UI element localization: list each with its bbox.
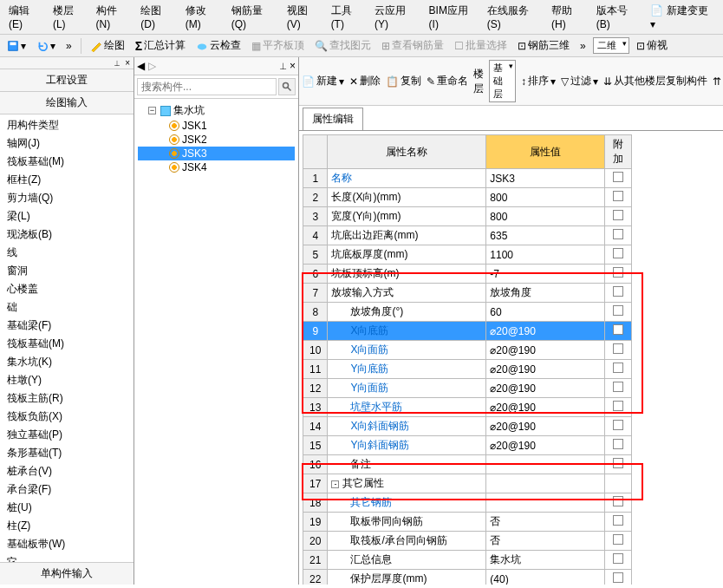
close-icon[interactable]: × (125, 58, 130, 68)
property-row[interactable]: 3宽度(Y向)(mm)800 (303, 207, 632, 226)
property-row[interactable]: 9X向底筋⌀20@190 (303, 322, 632, 341)
tree-item[interactable]: JSK4 (138, 160, 295, 174)
copy-to-floor-button[interactable]: ⇈ 复制构件到 (713, 74, 723, 88)
property-row[interactable]: 6坑板顶标高(m)-7 (303, 265, 632, 284)
property-value[interactable]: (40) (486, 570, 605, 585)
checkbox[interactable] (613, 572, 623, 583)
property-value[interactable]: 635 (486, 226, 605, 245)
component-type-item[interactable]: 筏板基础(M) (0, 335, 134, 353)
property-row[interactable]: 15Y向斜面钢筋⌀20@190 (303, 436, 632, 455)
property-row[interactable]: 20取筏板/承台同向钢筋否 (303, 532, 632, 551)
property-row[interactable]: 5坑底板厚度(mm)1100 (303, 245, 632, 265)
component-type-item[interactable]: 础 (0, 298, 134, 317)
menu-item[interactable]: 工具(T) (326, 2, 369, 32)
component-type-item[interactable]: 筏板基础(M) (0, 153, 134, 171)
property-row[interactable]: 8放坡角度(°)60 (303, 303, 632, 322)
view-rebar-button[interactable]: ⊞ 查看钢筋量 (378, 36, 447, 55)
property-row[interactable]: 7放坡输入方式放坡角度 (303, 284, 632, 303)
property-row[interactable]: 2长度(X向)(mm)800 (303, 188, 632, 207)
search-button[interactable] (278, 78, 296, 95)
property-name[interactable]: 坑底板厚度(mm) (328, 245, 486, 265)
property-row[interactable]: 17-其它属性 (303, 474, 632, 493)
view-ortho-button[interactable]: ⊡ 俯视 (633, 36, 671, 55)
property-name[interactable]: 坑底出边距离(mm) (328, 226, 486, 245)
component-type-item[interactable]: 独立基础(P) (0, 426, 134, 444)
search-input[interactable] (137, 78, 277, 95)
property-extra[interactable] (605, 207, 632, 226)
property-value[interactable]: 1100 (486, 245, 605, 265)
property-name[interactable]: X向底筋 (328, 322, 486, 341)
component-type-item[interactable]: 线 (0, 244, 134, 262)
mid-pin-icon[interactable]: ⟂ (280, 60, 286, 72)
property-extra[interactable] (605, 570, 632, 585)
property-extra[interactable] (605, 532, 632, 551)
component-type-item[interactable]: 现浇板(B) (0, 225, 134, 244)
property-name[interactable]: 取板带同向钢筋 (328, 513, 486, 532)
save-button[interactable]: ▾ (3, 38, 29, 54)
property-value[interactable]: -7 (486, 265, 605, 284)
checkbox[interactable] (613, 172, 623, 182)
checkbox[interactable] (613, 458, 623, 468)
property-value[interactable]: ⌀20@190 (486, 341, 605, 360)
property-value[interactable]: ⌀20@190 (486, 398, 605, 417)
component-type-item[interactable]: 柱(Z) (0, 517, 134, 535)
property-value[interactable]: 放坡角度 (486, 284, 605, 303)
checkbox[interactable] (613, 553, 623, 564)
property-name[interactable]: 备注 (328, 455, 486, 474)
property-name[interactable]: Y向面筋 (328, 379, 486, 398)
floor-select[interactable]: 基础层 (489, 60, 516, 102)
menu-item[interactable]: 修改(M) (180, 2, 226, 32)
property-name[interactable]: 坑板顶标高(m) (328, 265, 486, 284)
property-value[interactable]: ⌀20@190 (486, 360, 605, 379)
component-type-item[interactable]: 它 (0, 553, 134, 562)
delete-button[interactable]: ✕ 删除 (349, 74, 381, 88)
component-type-item[interactable]: 剪力墙(Q) (0, 189, 134, 207)
copy-from-floor-button[interactable]: ⇊ 从其他楼层复制构件 (603, 74, 707, 88)
checkbox[interactable] (613, 401, 623, 411)
checkbox[interactable] (613, 515, 623, 526)
tree-root[interactable]: −集水坑 (138, 102, 295, 119)
menu-item[interactable]: 编辑(E) (3, 2, 48, 32)
property-row[interactable]: 11Y向底筋⌀20@190 (303, 360, 632, 379)
component-type-item[interactable]: 心楼盖 (0, 280, 134, 298)
component-type-item[interactable]: 桩(U) (0, 499, 134, 517)
menu-item[interactable]: 在线服务(S) (482, 2, 546, 32)
property-extra[interactable] (605, 513, 632, 532)
property-name[interactable]: Y向底筋 (328, 360, 486, 379)
pin-icon[interactable]: ⟂ (114, 58, 120, 68)
property-row[interactable]: 4坑底出边距离(mm)635 (303, 226, 632, 245)
property-row[interactable]: 1名称JSK3 (303, 169, 632, 188)
property-extra[interactable] (605, 436, 632, 455)
property-name[interactable]: 其它钢筋 (328, 493, 486, 513)
property-name[interactable]: 取筏板/承台同向钢筋 (328, 532, 486, 551)
property-name[interactable]: -其它属性 (328, 474, 486, 493)
rename-button[interactable]: ✎重命名 (427, 74, 468, 88)
property-name[interactable]: 长度(X向)(mm) (328, 188, 486, 207)
menu-item[interactable]: 云应用(Y) (369, 2, 424, 32)
copy-button[interactable]: 📋复制 (386, 74, 421, 88)
component-type-item[interactable]: 桩承台(V) (0, 462, 134, 480)
redo-button[interactable]: » (62, 38, 75, 54)
more-button[interactable]: » (576, 38, 589, 54)
property-value[interactable]: ⌀20@190 (486, 417, 605, 436)
property-value[interactable]: JSK3 (486, 169, 605, 188)
arrow-left-icon[interactable]: ◀ (137, 60, 145, 72)
property-value[interactable]: 否 (486, 513, 605, 532)
sort-button[interactable]: ↕ 排序 ▾ (521, 74, 556, 88)
checkbox[interactable] (613, 534, 623, 545)
checkbox[interactable] (613, 343, 623, 354)
property-row[interactable]: 19取板带同向钢筋否 (303, 513, 632, 532)
component-type-item[interactable]: 框柱(Z) (0, 171, 134, 189)
tree-item[interactable]: JSK3 (138, 147, 295, 160)
property-value[interactable]: ⌀20@190 (486, 436, 605, 455)
checkbox[interactable] (613, 496, 623, 506)
checkbox[interactable] (613, 439, 623, 449)
property-value[interactable]: ⌀20@190 (486, 322, 605, 341)
property-extra[interactable] (605, 284, 632, 303)
single-component-input[interactable]: 单构件输入 (0, 562, 134, 585)
component-type-item[interactable]: 梁(L) (0, 207, 134, 225)
property-extra[interactable] (605, 455, 632, 474)
menu-item[interactable]: 版本号(B) (591, 2, 646, 32)
property-name[interactable]: 宽度(Y向)(mm) (328, 207, 486, 226)
property-name[interactable]: Y向斜面钢筋 (328, 436, 486, 455)
